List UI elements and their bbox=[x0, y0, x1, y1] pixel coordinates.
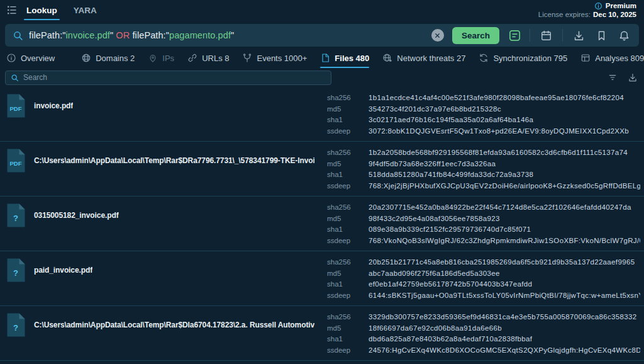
bell-icon[interactable] bbox=[618, 30, 630, 42]
hash-label-ssdeep: ssdeep bbox=[327, 181, 362, 192]
top-bar: LookupYARA Premium License expires:Dec 1… bbox=[0, 0, 644, 20]
download-icon[interactable] bbox=[628, 72, 638, 82]
hash-label-sha1: sha1 bbox=[327, 115, 362, 126]
tab-label: Network threats 27 bbox=[397, 54, 465, 63]
search-button[interactable]: Search bbox=[452, 27, 499, 44]
pdf-file-icon: PDF bbox=[6, 148, 26, 173]
tab-label: Analyses 809 bbox=[595, 54, 644, 63]
filter-icon[interactable] bbox=[608, 72, 618, 82]
svg-text:?: ? bbox=[13, 323, 18, 333]
hash-label-ssdeep: ssdeep bbox=[327, 290, 362, 302]
search-icon bbox=[11, 74, 19, 82]
hash-value-sha1: ef0eb1af42759eb56178742b5704403b347eafdd bbox=[369, 279, 640, 290]
file-icon bbox=[320, 53, 330, 63]
hash-value-sha1: 089e38a9b339cf2152fc29579736740d7c85f071 bbox=[369, 224, 640, 236]
hash-label-sha256: sha256 bbox=[327, 93, 362, 104]
hash-label-sha256: sha256 bbox=[327, 202, 362, 213]
tab-analyses[interactable]: Analyses 809 bbox=[580, 48, 644, 68]
main-tab-yara[interactable]: YARA bbox=[74, 0, 97, 20]
svg-text:PDF: PDF bbox=[10, 160, 22, 167]
search-icon bbox=[13, 30, 23, 41]
hash-grid: sha25620b251b21771c45a8eb816cba251985269… bbox=[321, 251, 644, 305]
hash-value-sha256: 20a2307715e452a0ba84922be22f454c7124d8e5… bbox=[369, 202, 640, 213]
hash-value-sha1: 518dda851280a741fb84c499fda33dc72a9a3738 bbox=[369, 169, 640, 181]
file-row[interactable]: PDFinvoice.pdfsha2561b1a1ecdce41c4af4c00… bbox=[0, 87, 644, 142]
list-search-input[interactable] bbox=[23, 73, 326, 82]
globe-alert-icon bbox=[382, 53, 392, 63]
file-identity: PDFinvoice.pdf bbox=[6, 93, 314, 118]
file-name: 0315005182_invoice.pdf bbox=[34, 211, 119, 220]
hash-label-md5: md5 bbox=[327, 104, 362, 115]
hash-value-ssdeep: 24576:HgCvEXq4WKc8D6XOCoGMC5EXqtS2QXPyGl… bbox=[369, 345, 640, 356]
tab-synchronization[interactable]: Synchronization 795 bbox=[479, 48, 567, 68]
file-cell: PDFinvoice.pdf bbox=[0, 87, 321, 141]
hash-label-ssdeep: ssdeep bbox=[327, 345, 362, 356]
tab-urls[interactable]: URLs 8 bbox=[187, 48, 229, 68]
file-name: C:\Users\admin\AppData\Local\Temp\Rar$DI… bbox=[34, 321, 314, 329]
file-row[interactable]: PDFC:\Users\admin\AppData\Local\Temp\Rar… bbox=[0, 142, 644, 196]
hash-label-md5: md5 bbox=[327, 159, 362, 170]
hash-grid: sha2561b2a2058bde568bf929195568f81efda93… bbox=[321, 142, 644, 196]
svg-text:?: ? bbox=[13, 213, 18, 223]
file-row[interactable]: ?C:\Users\admin\AppData\Local\Temp\Rar$D… bbox=[0, 306, 644, 361]
search-query-input[interactable]: filePath:"invoice.pdf" OR filePath:"paga… bbox=[29, 30, 426, 40]
clear-icon[interactable] bbox=[431, 29, 444, 42]
file-cell: PDFC:\Users\admin\AppData\Local\Temp\Rar… bbox=[0, 142, 321, 196]
file-name: paid_invoice.pdf bbox=[34, 266, 92, 275]
hash-value-md5: abc7aabd096f275f6a186d5ed5a303ee bbox=[369, 268, 640, 280]
hash-value-sha256: 1b2a2058bde568bf929195568f81efda93a61605… bbox=[369, 147, 640, 159]
tab-label: IPs bbox=[162, 54, 174, 63]
hash-value-sha256: 20b251b21771c45a8eb816cba251985269da6f5c… bbox=[369, 257, 640, 268]
divider bbox=[562, 29, 563, 42]
file-list: PDFinvoice.pdfsha2561b1a1ecdce41c4af4c00… bbox=[0, 87, 644, 361]
file-cell: ?0315005182_invoice.pdf bbox=[0, 196, 321, 251]
hash-label-sha256: sha256 bbox=[327, 257, 362, 268]
tab-label: Overview bbox=[21, 54, 55, 63]
download-icon[interactable] bbox=[573, 30, 585, 42]
file-identity: PDFC:\Users\admin\AppData\Local\Temp\Rar… bbox=[6, 148, 314, 173]
tab-label: Events 1000+ bbox=[257, 54, 307, 63]
license-expires-label: License expires: bbox=[538, 11, 591, 18]
tab-label: Synchronization 795 bbox=[493, 54, 567, 63]
info-icon bbox=[6, 53, 16, 63]
tab-network-threats[interactable]: Network threats 27 bbox=[382, 48, 465, 68]
list-search[interactable] bbox=[5, 71, 331, 85]
bookmark-icon[interactable] bbox=[596, 30, 608, 42]
report-icon[interactable] bbox=[508, 28, 522, 43]
menu-icon[interactable] bbox=[6, 4, 18, 16]
hash-label-md5: md5 bbox=[327, 213, 362, 225]
hash-value-ssdeep: 3072:8obK1DQJGVEsrtF5Qw1Txo8+pd26EA/EV9:… bbox=[369, 126, 640, 137]
hash-label-sha1: sha1 bbox=[327, 334, 362, 345]
tab-label: URLs 8 bbox=[202, 54, 229, 63]
query-part: OR bbox=[116, 30, 130, 40]
hash-label-md5: md5 bbox=[327, 268, 362, 280]
hash-value-sha1: dbd6a825a87e8403b62a8a4edaf710a2838fbbaf bbox=[369, 334, 640, 345]
hash-label-sha256: sha256 bbox=[327, 312, 362, 323]
tab-events[interactable]: Events 1000+ bbox=[242, 48, 307, 68]
tab-domains[interactable]: Domains 2 bbox=[81, 48, 135, 68]
hash-value-ssdeep: 768:VkoNQoB3slWgIgRJ/62c3ZhdgRpmkmdiwRJi… bbox=[369, 236, 640, 247]
hash-value-md5: 18f66697da67e92cd06b8aa91da6e66b bbox=[369, 323, 640, 334]
premium-label: Premium bbox=[606, 1, 636, 10]
branch-icon bbox=[242, 53, 252, 63]
license-date: Dec 10, 2025 bbox=[593, 11, 636, 18]
main-tab-lookup[interactable]: Lookup bbox=[26, 0, 57, 20]
file-cell: ?paid_invoice.pdf bbox=[0, 251, 321, 305]
search-bar: filePath:"invoice.pdf" OR filePath:"paga… bbox=[5, 24, 639, 47]
tab-overview[interactable]: Overview bbox=[6, 48, 55, 68]
hash-value-md5: 9f4df5db73a68e326ff1eec7d3a326aa bbox=[369, 159, 640, 170]
file-row[interactable]: ?0315005182_invoice.pdfsha25620a2307715e… bbox=[0, 196, 644, 251]
unknown-file-icon: ? bbox=[6, 312, 26, 338]
hash-label-ssdeep: ssdeep bbox=[327, 236, 362, 247]
hash-value-md5: 98f433c2d95e4a08af3056ee7858a923 bbox=[369, 213, 640, 225]
query-part: pagamento.pdf bbox=[169, 30, 231, 40]
hash-value-ssdeep: 768:Xjej2jBjPHXbufXGJCpU3qEV2zDoiH6e/air… bbox=[369, 181, 640, 192]
tab-files[interactable]: Files 480 bbox=[320, 48, 369, 68]
calendar-icon[interactable] bbox=[540, 30, 552, 42]
tab-label: Domains 2 bbox=[96, 54, 135, 63]
file-row[interactable]: ?paid_invoice.pdfsha25620b251b21771c45a8… bbox=[0, 251, 644, 306]
hash-value-md5: 354273c4f201dc37a97e6b8bd215328c bbox=[369, 104, 640, 115]
grid-icon bbox=[580, 53, 591, 63]
hash-value-sha1: 3c02171aed76b16c194f5aa35a02a6af64ba146a bbox=[369, 115, 640, 126]
query-part: filePath:" bbox=[29, 30, 66, 40]
